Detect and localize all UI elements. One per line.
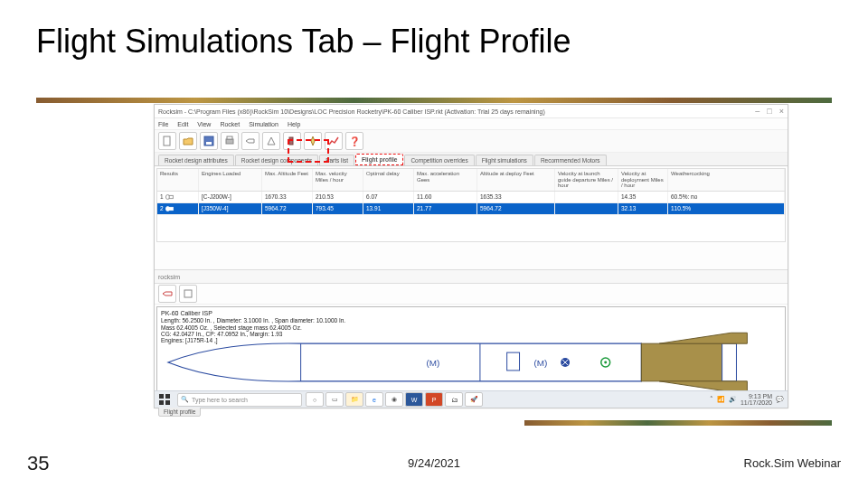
svg-rect-2 [206,142,212,145]
col-weather: Weathercocking [668,169,785,191]
divider-bottom [524,420,832,426]
svg-rect-9 [169,207,173,210]
col-results: Results [157,169,199,191]
rocket-panel: PK-60 Caliber ISP Length: 56.2500 In. , … [156,306,786,404]
results-grid: Results Engines Loaded Max. Altitude Fee… [156,168,786,242]
svg-rect-19 [159,394,164,399]
svg-rect-22 [165,400,170,405]
tray-notif-icon[interactable]: 💬 [776,396,784,403]
svg-rect-7 [169,195,173,198]
task-chrome-icon[interactable]: ◉ [385,392,403,407]
open-icon[interactable] [179,132,197,150]
launch-icon[interactable] [304,132,322,150]
marker-m2: (M) [533,358,547,368]
tray-time: 9:13 PM [749,393,772,399]
titlebar: Rocksim - C:\Program Files (x86)\RockSim… [155,105,788,118]
taskbar: 🔍 Type here to search ○ ▭ 📁 e ◉ W P 🗂 🚀 … [155,390,788,408]
grid-header: Results Engines Loaded Max. Altitude Fee… [157,169,785,192]
col-veldeploy: Velocity at deployment Miles / hour [618,169,668,191]
tab-flight-simulations[interactable]: Flight simulations [476,155,533,165]
slide-number: 35 [27,452,49,475]
print-icon[interactable] [221,132,239,150]
tab-flight-profile[interactable]: Flight profile [355,154,403,165]
tray-vol-icon[interactable]: 🔊 [729,396,737,403]
search-icon: 🔍 [181,396,189,403]
menu-help[interactable]: Help [288,121,300,127]
svg-rect-3 [226,139,233,144]
task-edge-icon[interactable]: e [365,392,383,407]
menu-file[interactable]: File [158,121,168,127]
svg-point-18 [604,361,607,364]
tab-recommended-motors[interactable]: Recommended Motors [534,155,607,165]
svg-rect-10 [184,290,192,297]
marker-m1: (M) [426,358,439,368]
app-window: Rocksim - C:\Program Files (x86)\RockSim… [154,104,788,408]
col-delay: Optimal delay [363,169,414,191]
view-side-icon[interactable] [158,285,176,303]
grid-row-2[interactable]: 2 [J350W-4] 5964.72 793.45 13.91 21.77 5… [157,203,785,215]
start-button[interactable] [157,393,172,406]
toolbar: ❓ [155,130,788,153]
task-view-icon[interactable]: ▭ [326,392,344,407]
bottom-tab-flight-profile[interactable]: Flight profile [158,407,201,417]
col-altdeploy: Altitude at deploy Feet [477,169,555,191]
task-rocksim-icon[interactable]: 🚀 [465,392,483,407]
svg-rect-5 [289,137,293,145]
search-placeholder: Type here to search [192,397,248,403]
rocket-title: PK-60 Caliber ISP [161,310,345,317]
menu-simulation[interactable]: Simulation [249,121,278,127]
mid-label: rocksim [155,269,788,284]
task-explorer-icon[interactable]: 🗂 [445,392,463,407]
svg-rect-14 [722,343,737,381]
menubar: File Edit View Rocket Simulation Help [155,118,788,130]
col-vellaunch: Velocity at launch guide departure Miles… [555,169,618,191]
task-cortana-icon[interactable]: ○ [306,392,324,407]
menu-rocket[interactable]: Rocket [220,121,240,127]
slide-footer: Rock.Sim Webinar [744,456,841,470]
tab-parts-list[interactable]: Parts list [319,155,354,165]
svg-rect-21 [159,400,164,405]
svg-rect-13 [641,343,722,381]
engine-icon[interactable] [283,132,301,150]
rocket-drawing: (M) (M) [157,331,785,394]
task-app-icon[interactable]: 📁 [345,392,363,407]
col-maxalt: Max. Altitude Feet [262,169,313,191]
divider [36,98,832,103]
title-text: Rocksim - C:\Program Files (x86)\RockSim… [158,108,545,115]
svg-rect-20 [165,394,170,399]
tab-competition-overrides[interactable]: Competition overrides [404,155,474,165]
rocket-dims: Length: 56.2500 In. , Diameter: 3.1000 I… [161,317,345,324]
tray-date: 11/17/2020 [741,399,772,406]
mid-toolbar [155,284,788,305]
menu-view[interactable]: View [197,121,211,127]
grid-row-1[interactable]: 1 [C-J200W-] 1670.33 210.53 6.07 11.60 1… [157,192,785,203]
view-tool-icon[interactable] [179,285,197,303]
slide-date: 9/24/2021 [408,456,460,470]
rocket-icon[interactable] [241,132,259,150]
tray-net-icon[interactable]: 📶 [717,396,725,403]
help-icon[interactable]: ❓ [345,132,363,150]
slide-title: Flight Simulations Tab – Flight Profile [36,23,571,61]
new-icon[interactable] [158,132,176,150]
search-box[interactable]: 🔍 Type here to search [177,393,302,407]
task-word-icon[interactable]: W [405,392,423,407]
minimize-button[interactable]: – [755,107,760,116]
maximize-button[interactable]: □ [767,107,771,116]
row-idx: 1 [160,193,164,200]
system-tray: ˄ 📶 🔊 9:13 PM 11/17/2020 💬 [710,393,788,406]
close-button[interactable]: × [779,107,784,116]
chart-icon[interactable] [325,132,343,150]
col-maxvel: Max. velocity Miles / hour [313,169,363,191]
tab-design-components[interactable]: Rocket design components [235,155,318,165]
col-engines: Engines Loaded [199,169,262,191]
svg-rect-0 [164,136,170,145]
menu-edit[interactable]: Edit [177,121,188,127]
tray-up-icon[interactable]: ˄ [710,396,713,403]
save-icon[interactable] [200,132,218,150]
task-ppt-icon[interactable]: P [425,392,443,407]
fins-icon[interactable] [262,132,280,150]
tab-design-attributes[interactable]: Rocket design attributes [158,155,234,165]
row-idx: 2 [160,205,164,211]
rocket-mass: Mass 62.4005 Oz. , Selected stage mass 6… [161,324,345,331]
tabs: Rocket design attributes Rocket design c… [155,153,788,166]
